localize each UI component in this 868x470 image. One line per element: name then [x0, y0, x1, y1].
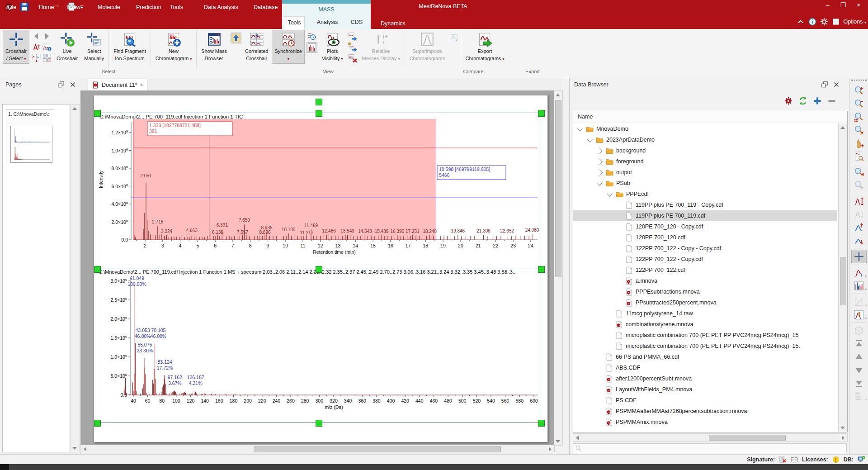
live-crosshair-button[interactable]: Live Crosshair	[54, 30, 80, 63]
full-height-red-button[interactable]	[852, 195, 866, 207]
selection-handle[interactable]	[316, 420, 322, 427]
chart-add-icon[interactable]	[31, 53, 41, 63]
chevron-down-icon[interactable]	[607, 190, 613, 196]
zoom-in-button[interactable]	[852, 84, 866, 97]
increase-intensity-button[interactable]	[852, 221, 866, 233]
refresh-icon[interactable]	[798, 96, 808, 106]
float-panel-icon[interactable]	[821, 81, 829, 89]
menu-tab-molecule[interactable]: Molecule	[95, 3, 123, 12]
add-source-icon[interactable]	[812, 96, 822, 106]
menu-tab-dynamics[interactable]: Dynamics	[378, 19, 408, 28]
zoom-previous-button[interactable]	[852, 166, 866, 178]
tree-item[interactable]: 122PP 700_122 - Copy.cdf	[573, 254, 837, 265]
tree-item[interactable]: output	[573, 167, 837, 178]
move-top-button[interactable]	[852, 337, 866, 350]
menu-tab-tools[interactable]: Tools	[167, 3, 186, 12]
tree-item[interactable]: combinationstyrene.mnova	[573, 319, 837, 330]
zoom-out-button[interactable]	[852, 97, 866, 110]
tree-item[interactable]: 119PP plus PE 700_119.cdf	[573, 210, 837, 221]
tree-item[interactable]: PPsubtracted250percent.mnova	[573, 297, 837, 308]
grid-view-icon[interactable]	[42, 53, 52, 63]
signature-invalid-icon[interactable]	[778, 456, 787, 464]
new-chromatogram-button[interactable]: New Chromatogram ▾	[153, 30, 194, 64]
decrease-intensity-button[interactable]	[852, 234, 866, 247]
selection-handle[interactable]	[316, 266, 322, 273]
page-thumbnail[interactable]: 1. C:\MnovaDemo\:	[6, 109, 54, 164]
find-fragment-button[interactable]: Find Fragment Ion Spectrum	[111, 30, 149, 63]
tree-item[interactable]: 66 PS and PMMA_66.cdf	[573, 351, 837, 362]
tree-item[interactable]: LayoutWithFields_PM4.mnova	[573, 384, 837, 395]
document-tab[interactable]: Document 11* ×	[88, 79, 147, 90]
db-connected-icon[interactable]	[857, 456, 865, 464]
tree-item[interactable]: PPPEcdf	[573, 189, 837, 199]
tree-vertical-scrollbar[interactable]	[838, 123, 847, 432]
tree-item[interactable]: PS.CDF	[573, 395, 837, 406]
export-locked-trace-icon[interactable]	[348, 42, 358, 52]
superimpose-button[interactable]: Superimpose Chromatograms	[407, 30, 448, 63]
correlated-crosshair-button[interactable]: Correlated Crosshair	[242, 30, 271, 63]
manual-book-icon[interactable]	[831, 17, 840, 26]
info-icon[interactable]	[808, 17, 817, 26]
zoom-region-button[interactable]	[852, 110, 866, 123]
license-warning-icon[interactable]	[832, 456, 840, 464]
certificate-icon[interactable]	[790, 456, 798, 464]
float-panel-icon[interactable]	[57, 81, 65, 89]
selection-handle[interactable]	[94, 110, 101, 117]
settings-gear-icon[interactable]	[820, 17, 829, 26]
tree-search-input[interactable]	[573, 443, 847, 453]
crosshair-select-button[interactable]: Crosshair / Select ▾	[3, 30, 29, 64]
save-button[interactable]	[19, 1, 30, 12]
selection-handle[interactable]	[538, 110, 545, 117]
export-trace-icon[interactable]	[348, 31, 358, 41]
tree-item[interactable]: 119PP plus PE 700_119 - Copy.cdf	[573, 199, 837, 210]
chevron-right-icon[interactable]	[597, 159, 603, 165]
tab-analysis[interactable]: Analysis	[309, 16, 345, 29]
print-preview-button[interactable]	[852, 150, 866, 162]
tree-item[interactable]: PSPMMAmix.mnova	[573, 417, 837, 427]
upload-spectrum-icon[interactable]	[231, 33, 241, 43]
page-32-button[interactable]: 32▾	[852, 390, 866, 403]
tree-item[interactable]: PSub	[573, 178, 837, 189]
chevron-right-icon[interactable]	[597, 170, 603, 176]
move-bottom-button[interactable]	[852, 377, 866, 389]
options-menu[interactable]: Options ▾	[843, 19, 866, 25]
select-manually-button[interactable]: Select Manually	[81, 30, 107, 63]
tree-item[interactable]: 120PE 700_120.cdf	[573, 232, 837, 243]
delete-trace-icon[interactable]	[348, 53, 358, 63]
selection-handle[interactable]	[538, 266, 545, 273]
selection-handle[interactable]	[316, 99, 322, 105]
integral-tool-button[interactable]: ▾	[852, 309, 866, 321]
move-up-button[interactable]	[852, 351, 866, 363]
chart-molecule-icon[interactable]	[42, 42, 52, 52]
tree-item[interactable]: 2023AprDataDemo	[573, 134, 837, 145]
document-tab-close-icon[interactable]: ×	[140, 82, 143, 88]
tree-item[interactable]: 122PP 700_122 - Copy - Copy.cdf	[573, 243, 837, 254]
tree-item[interactable]: 120PE 700_120 - Copy.cdf	[573, 221, 837, 232]
selection-handle[interactable]	[94, 420, 101, 427]
close-panel-icon[interactable]	[832, 81, 840, 89]
tab-cds[interactable]: CDS	[346, 16, 367, 29]
tree-item[interactable]: microplastic combination 700 (PE PET PP …	[573, 341, 837, 351]
menu-tab-view[interactable]: View	[66, 3, 83, 12]
selection-handle[interactable]	[538, 420, 545, 427]
plots-visibility-button[interactable]: Plots Visibility ▾	[319, 30, 346, 64]
tree-item[interactable]: 11mcg polystyrene_14.raw	[573, 308, 837, 319]
mass-histogram-button[interactable]: ▾	[852, 280, 866, 292]
peak-by-peak-button[interactable]: ▾	[852, 266, 866, 279]
tab-tools[interactable]: Tools	[284, 16, 305, 29]
synchronize-button[interactable]: Synchronize ▾	[272, 30, 305, 64]
tree-item[interactable]: PSPMMAafterMMAat7268percentsubtraction.m…	[573, 406, 837, 417]
tree-item[interactable]: after12000percentSubt.mnova	[573, 373, 837, 384]
pan-hand-button[interactable]	[852, 137, 866, 149]
zoom-next-button[interactable]	[852, 179, 866, 191]
tree-item[interactable]: microplastic combination 700 (PE PET PP …	[573, 330, 837, 341]
selection-handle[interactable]	[94, 266, 101, 273]
crosshair-tool-button[interactable]	[851, 250, 867, 263]
tree-item[interactable]: MnovaDemo	[573, 123, 837, 134]
zoom-selection-button[interactable]	[852, 123, 866, 136]
toolbar-grip[interactable]	[851, 80, 867, 83]
forward-arrow-icon[interactable]	[42, 31, 52, 41]
relative-masses-button[interactable]: Relative Masses Display ▾	[359, 30, 403, 64]
document-vertical-scrollbar[interactable]	[554, 90, 563, 446]
tree-item[interactable]: background	[573, 145, 837, 156]
